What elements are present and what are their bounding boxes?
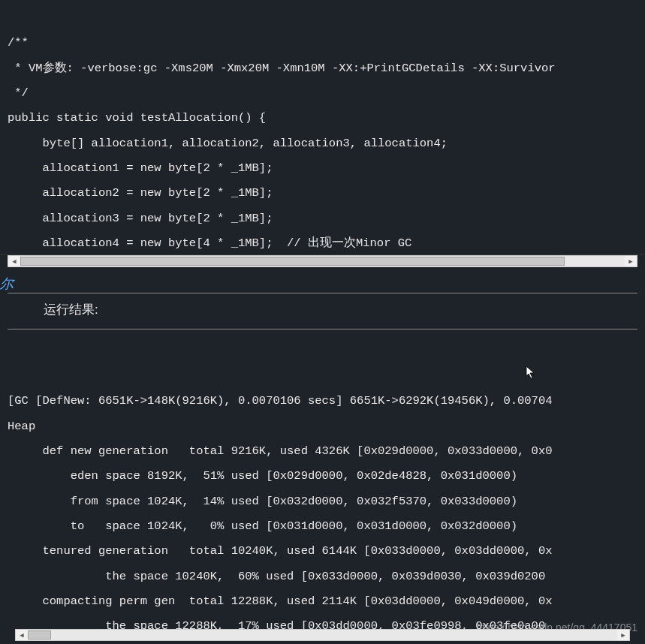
code-line: byte[] allocation1, allocation2, allocat… xyxy=(8,137,448,150)
output-line: tenured generation total 10240K, used 61… xyxy=(8,544,553,558)
scrollbar-thumb[interactable] xyxy=(20,257,565,266)
text-fragment: 尔 xyxy=(0,275,645,293)
code-line: allocation3 = new byte[2 * _1MB]; xyxy=(8,212,273,225)
code-line: allocation1 = new byte[2 * _1MB]; xyxy=(8,161,273,175)
scrollbar-track[interactable] xyxy=(28,630,617,640)
output-horizontal-scrollbar[interactable]: ◀ ▶ xyxy=(15,629,630,641)
code-line: allocation2 = new byte[2 * _1MB]; xyxy=(8,186,273,200)
run-result-label: 运行结果: xyxy=(8,293,637,330)
output-line: from space 1024K, 14% used [0x032d0000, … xyxy=(8,495,517,508)
output-line: def new generation total 9216K, used 432… xyxy=(8,444,553,458)
output-block: [GC [DefNew: 6651K->148K(9216K), 0.00701… xyxy=(0,342,645,644)
code-line: allocation4 = new byte[4 * _1MB]; // 出现一… xyxy=(8,236,411,250)
output-line: to space 1024K, 0% used [0x031d0000, 0x0… xyxy=(8,519,517,533)
scroll-right-arrow-icon[interactable]: ▶ xyxy=(625,256,637,266)
scrollbar-thumb[interactable] xyxy=(28,630,51,639)
output-line: [GC [DefNew: 6651K->148K(9216K), 0.00701… xyxy=(8,394,553,408)
code-block: /** * VM参数: -verbose:gc -Xms20M -Xmx20M … xyxy=(0,0,645,255)
code-line: /** xyxy=(8,36,29,50)
cursor-icon xyxy=(526,366,536,379)
scroll-left-arrow-icon[interactable]: ◀ xyxy=(16,630,28,640)
output-line: eden space 8192K, 51% used [0x029d0000, … xyxy=(8,469,517,483)
scrollbar-track[interactable] xyxy=(20,256,625,266)
output-line: the space 10240K, 60% used [0x033d0000, … xyxy=(8,570,545,583)
code-line: */ xyxy=(8,86,29,100)
output-line: compacting perm gen total 12288K, used 2… xyxy=(8,594,553,608)
code-horizontal-scrollbar[interactable]: ◀ ▶ xyxy=(8,255,637,267)
output-line: Heap xyxy=(8,420,35,433)
code-line: public static void testAllocation() { xyxy=(8,111,266,125)
scroll-right-arrow-icon[interactable]: ▶ xyxy=(617,630,629,640)
scroll-left-arrow-icon[interactable]: ◀ xyxy=(8,256,20,266)
code-line: * VM参数: -verbose:gc -Xms20M -Xmx20M -Xmn… xyxy=(8,62,556,75)
caption-area: 尔 运行结果: xyxy=(0,275,645,330)
